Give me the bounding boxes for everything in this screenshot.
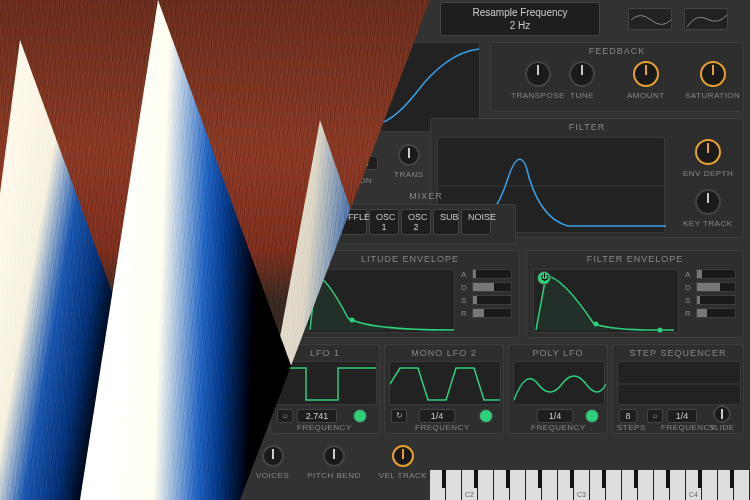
filter-env-curve[interactable] [533,269,679,333]
amp-release-slider[interactable] [472,308,512,318]
poly-lfo-wave[interactable] [513,361,605,405]
lfo2-wave[interactable] [389,361,501,405]
param-name: Resample Frequency [447,7,593,18]
wave-thumbnail-b[interactable] [684,8,728,30]
poly-lfo-power-icon[interactable] [585,409,599,423]
step-seq-ratio[interactable]: 1/4 [667,409,697,423]
filt-sustain-slider[interactable] [696,295,736,305]
amp-sustain-slider[interactable] [472,295,512,305]
feedback-amount-knob[interactable] [633,61,659,87]
amp-env-sliders: A D S R [461,269,512,318]
step-seq-section: STEP SEQUENCER 8 STEPS ⌕ 1/4 FREQUENCY S… [612,344,744,434]
mixer-noise[interactable]: NOISE [461,209,491,235]
vel-track-knob[interactable] [392,445,414,467]
mixer-shuffle[interactable]: FFLE [341,209,367,235]
feedback-saturation-knob[interactable] [700,61,726,87]
lfo2-title: MONO LFO 2 [385,348,503,358]
osc-trans-knob[interactable] [398,144,420,166]
step-count[interactable]: 8 [619,409,637,423]
mixer-sub[interactable]: SUB [433,209,459,235]
feedback-section: FEEDBACK TRANSPOSE TUNE AMOUNT SATURATIO… [490,42,744,112]
feedback-tune-knob[interactable] [569,61,595,87]
filter-env-sliders: A D S R [685,269,736,318]
param-value: 2 Hz [447,20,593,31]
bottom-controls: VOICES PITCH BEND VEL TRACK [256,442,427,482]
poly-lfo-title: POLY LFO [509,348,607,358]
filt-attack-slider[interactable] [696,269,736,279]
step-seq-display[interactable] [617,361,741,405]
lfo2-section: MONO LFO 2 ↻ 1/4 FREQUENCY [384,344,504,434]
filter-env-title: FILTER ENVELOPE [527,254,743,264]
amp-envelope-section: LITUDE ENVELOPE A D S R [300,250,520,338]
step-seq-title: STEP SEQUENCER [613,348,743,358]
amp-decay-slider[interactable] [472,282,512,292]
mixer-osc1[interactable]: OSC 1 [369,209,399,235]
param-display: Resample Frequency 2 Hz [440,2,600,36]
mixer-section: MIXER FFLE OSC 1 OSC 2 SUB NOISE [336,204,516,244]
step-seq-slide-knob[interactable] [713,405,731,423]
lfo1-wave[interactable] [275,361,377,405]
amp-env-title: LITUDE ENVELOPE [301,254,519,264]
filter-env-depth-knob[interactable] [695,139,721,165]
feedback-transpose-knob[interactable] [525,61,551,87]
pitch-bend-knob[interactable] [323,445,345,467]
filter-key-track-knob[interactable] [695,189,721,215]
mixer-title: MIXER [337,191,515,201]
lfo1-section: LFO 1 ⌕ 2.741 FREQUENCY [270,344,380,434]
feedback-title: FEEDBACK [491,46,743,56]
lfo1-sync-icon[interactable]: ⌕ [277,409,293,423]
amp-env-curve[interactable] [307,269,455,333]
keyboard[interactable]: C2 C3 C4 [430,470,750,500]
lfo2-power-icon[interactable] [479,409,493,423]
filter-title: FILTER [431,122,743,132]
poly-lfo-section: POLY LFO 1/4 FREQUENCY [508,344,608,434]
lfo1-power-icon[interactable] [353,409,367,423]
wave-thumbnail-a[interactable] [628,8,672,30]
mixer-osc2[interactable]: OSC 2 [401,209,431,235]
lfo1-title: LFO 1 [271,348,379,358]
svg-point-5 [658,328,663,333]
amp-attack-slider[interactable] [472,269,512,279]
svg-point-1 [314,274,319,279]
filter-env-power-icon[interactable]: ⏻ [537,271,551,285]
unison-value[interactable]: 0.334 c [336,156,378,170]
filter-envelope-section: FILTER ENVELOPE ⏻ A D S R [526,250,744,338]
step-seq-sync-icon[interactable]: ⌕ [647,409,663,423]
lfo1-rate[interactable]: 2.741 [297,409,337,423]
lfo2-ratio[interactable]: 1/4 [419,409,455,423]
lfo2-retrig-icon[interactable]: ↻ [391,409,407,423]
svg-point-2 [350,318,355,323]
filt-release-slider[interactable] [696,308,736,318]
osc-flags[interactable]: v H [336,140,370,154]
svg-point-4 [594,322,599,327]
prev-param-button[interactable]: > [400,6,418,24]
filt-decay-slider[interactable] [696,282,736,292]
poly-lfo-ratio[interactable]: 1/4 [537,409,573,423]
voices-knob[interactable] [262,445,284,467]
